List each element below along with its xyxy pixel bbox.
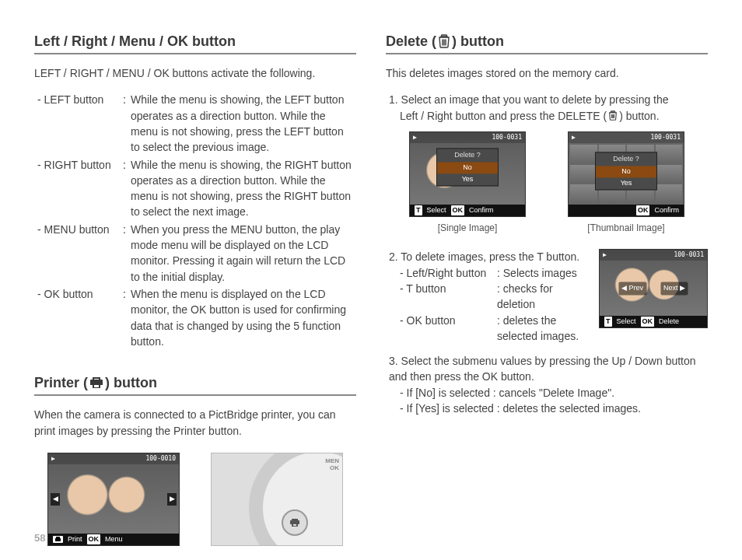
def-ok: - OK button : When the menu is displayed… <box>37 286 353 349</box>
file-counter: 100-0031 <box>650 133 681 142</box>
arrow-left-icon: ◀ <box>51 493 60 506</box>
lcd-topbar: ▶ 100-0031 <box>410 132 525 143</box>
delete-figures: ▶ 100-0031 Delete ? No Yes T Select OK C… <box>386 131 708 235</box>
def-right-desc: While the menu is showing, the RIGHT but… <box>131 157 353 220</box>
svg-rect-0 <box>55 538 61 541</box>
step2-t-term: - T button <box>400 281 497 313</box>
ok-tag: OK <box>641 317 655 327</box>
def-colon: : <box>123 92 131 155</box>
printer-icon <box>89 376 103 389</box>
step2-row-ok: - OK button : deletes the <box>389 313 588 328</box>
bot-confirm-label: Confirm <box>654 205 679 215</box>
heading-delete-post: ) button <box>452 31 504 51</box>
step-2: 2. To delete images, press the T button.… <box>386 249 708 344</box>
prev-label: Prev <box>628 284 643 294</box>
step2-lead: 2. To delete images, press the T button. <box>389 249 588 264</box>
trash-icon <box>608 110 618 121</box>
menu-ok-label: MEN OK <box>325 458 339 472</box>
printer-intro: When the camera is connected to a PictBr… <box>34 407 356 439</box>
heading-lrmo: Left / Right / Menu / OK button <box>34 31 356 54</box>
fig-single: ▶ 100-0031 Delete ? No Yes T Select OK C… <box>409 131 526 235</box>
button-definitions: - LEFT button : While the menu is showin… <box>34 92 356 349</box>
def-ok-term: - OK button <box>37 286 123 349</box>
cam-label-ok: OK <box>325 465 339 472</box>
t-tag: T <box>604 317 612 327</box>
heading-printer-pre: Printer ( <box>34 373 88 393</box>
heading-printer: Printer ( ) button <box>34 373 356 396</box>
caption-single: [Single Image] <box>409 222 526 235</box>
printer-button-circle <box>282 509 308 536</box>
lrmo-intro: LEFT / RIGHT / MENU / OK buttons activat… <box>34 65 356 81</box>
lcd-topbar: ▶ 100-0031 <box>569 132 684 143</box>
camera-body-diagram: MEN OK <box>211 453 343 546</box>
step1-line2: Left / Right button and press the DELETE… <box>389 108 708 124</box>
next-button: Next ▶ <box>660 282 688 296</box>
dialog-opt-no: No <box>596 166 656 177</box>
step3-no: - If [No] is selected : cancels "Delete … <box>389 385 708 401</box>
bot-confirm-label: Confirm <box>469 205 494 215</box>
file-counter: 100-0031 <box>492 133 522 142</box>
step-1: 1. Select an image that you want to dele… <box>386 92 708 124</box>
dialog-title: Delete ? <box>596 152 656 166</box>
step1-text-b: Left / Right button and press the DELETE… <box>400 108 607 124</box>
heading-delete: Delete ( ) button <box>386 31 708 54</box>
bot-print-label: Print <box>68 534 82 544</box>
heading-printer-post: ) button <box>105 373 157 393</box>
step2-row-ok2: selected images. <box>389 328 588 344</box>
arrow-right-icon: ▶ <box>167 493 177 506</box>
step-3: 3. Select the submenu values by pressing… <box>386 353 708 416</box>
delete-dialog: Delete ? No Yes <box>436 149 499 187</box>
file-counter: 100-0031 <box>674 250 704 260</box>
def-left-term: - LEFT button <box>37 92 123 155</box>
lcd-thumbnail-image: ▶ 100-0031 Delete ? No Yes OK <box>568 131 684 217</box>
play-icon: ▶ <box>603 250 607 260</box>
step1-text-c: ) button. <box>619 108 659 124</box>
lcd-single-image: ▶ 100-0031 Delete ? No Yes T Select OK C… <box>409 131 526 217</box>
caption-thumb: [Thumbnail Image] <box>568 222 684 235</box>
lcd-botbar: T Select OK Delete <box>600 316 707 327</box>
def-right: - RIGHT button : While the menu is showi… <box>37 157 353 220</box>
right-column: Delete ( ) button This deletes images st… <box>386 31 708 546</box>
delete-dialog: Delete ? No Yes <box>595 152 657 190</box>
heading-lrmo-text: Left / Right / Menu / OK button <box>34 31 236 51</box>
page-number: 58 <box>34 531 45 546</box>
ok-tag: OK <box>636 205 650 215</box>
left-column: Left / Right / Menu / OK button LEFT / R… <box>34 31 356 546</box>
next-label: Next <box>663 284 678 294</box>
step2-ok-term: - OK button <box>400 313 497 328</box>
def-ok-desc: When the menu is displayed on the LCD mo… <box>131 286 353 349</box>
svg-rect-1 <box>56 537 60 538</box>
step2-ok-desc: : deletes the <box>497 313 556 328</box>
def-colon: : <box>123 286 131 349</box>
step1-line1: 1. Select an image that you want to dele… <box>389 92 708 107</box>
delete-intro: This deletes images stored on the memory… <box>386 65 708 81</box>
page-columns: Left / Right / Menu / OK button LEFT / R… <box>34 31 708 546</box>
lcd-botbar: T Select OK Confirm <box>410 205 525 216</box>
bot-select-label: Select <box>427 205 446 215</box>
step2-blank-term <box>400 328 497 344</box>
step2-ok-desc2: selected images. <box>497 328 579 344</box>
def-colon: : <box>123 222 131 285</box>
play-icon: ▶ <box>413 133 417 142</box>
file-counter: 100-0010 <box>145 454 176 464</box>
ok-tag: OK <box>451 205 465 215</box>
def-menu: - MENU button : When you press the MENU … <box>37 222 353 285</box>
lcd-botbar: OK Confirm <box>569 205 684 216</box>
heading-delete-pre: Delete ( <box>386 31 436 51</box>
dialog-title: Delete ? <box>437 149 498 163</box>
printer-icon <box>289 518 300 527</box>
step3-yes: - If [Yes] is selected : deletes the sel… <box>389 401 708 416</box>
step2-row-lr: - Left/Right button : Selects images <box>389 265 588 281</box>
lcd-select-delete: ▶ 100-0031 ◀ Prev Next ▶ T Select OK Del… <box>599 249 708 328</box>
dialog-opt-yes: Yes <box>437 174 498 186</box>
def-colon: : <box>123 157 131 220</box>
step3-lead: 3. Select the submenu values by pressing… <box>389 353 708 385</box>
step2-text: 2. To delete images, press the T button.… <box>389 249 588 344</box>
bot-select-label: Select <box>617 317 636 327</box>
prev-button: ◀ Prev <box>618 282 646 296</box>
def-menu-term: - MENU button <box>37 222 123 285</box>
lcd-botbar: Print OK Menu <box>48 534 179 545</box>
def-left-desc: While the menu is showing, the LEFT butt… <box>131 92 353 155</box>
fig-thumb: ▶ 100-0031 Delete ? No Yes OK <box>568 131 684 235</box>
printer-tag-icon <box>53 536 63 543</box>
